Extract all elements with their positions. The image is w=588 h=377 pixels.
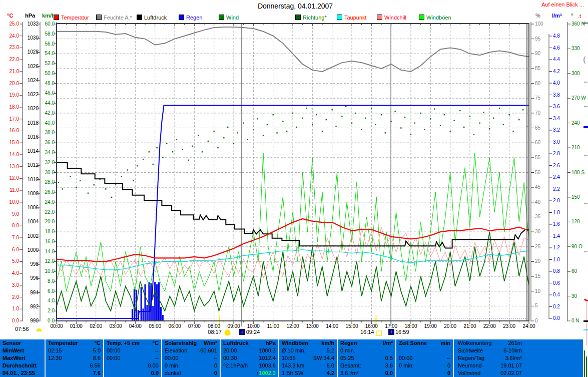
cutoff-curve-fragment <box>583 56 588 64</box>
cell-label: dunkel <box>165 369 181 377</box>
wind-direction-dot <box>414 122 415 123</box>
wind-direction-dot <box>296 127 297 128</box>
cutoff-windchill-fragment <box>586 302 586 345</box>
cell-value: 1012.4 <box>259 354 276 362</box>
table-row: ^2.1hPa/h1003.6 <box>221 362 278 369</box>
cell-label: 02:15 <box>48 347 62 354</box>
table-row: 00:00-- <box>104 354 161 362</box>
wind-direction-dot <box>182 149 183 150</box>
moonrise-time-label: 16:59 <box>395 329 409 335</box>
cell-label: Sichtweite <box>458 347 483 354</box>
time-label: 15:00 <box>342 323 362 329</box>
time-label: 20:00 <box>440 323 460 329</box>
cell-label: Neumond <box>458 362 482 369</box>
table-column-luftdruck: LuftdruckhPa20:001000.300:301012.4^2.1hP… <box>220 339 278 377</box>
wind-direction-dot <box>444 114 445 115</box>
cell-value: 1000.3 <box>259 347 276 354</box>
sunrise-time-label: 08:17 <box>200 329 222 335</box>
table-row: 0 min.0 <box>396 362 453 369</box>
cell-value: SW 34.4 <box>313 354 334 362</box>
table-row: 143.3 km6.0 <box>279 362 337 369</box>
info-row: Regen/Tag3.6l/m² <box>454 354 524 362</box>
cell-value: -- <box>155 354 159 362</box>
wind-direction-dot <box>306 108 307 109</box>
cell-label: 10:35 <box>282 354 296 362</box>
cutoff-tick <box>584 203 587 204</box>
cutoff-rain-fragment <box>583 126 588 128</box>
cell-label: 05:25 <box>340 354 354 362</box>
cell-label: Regen/Tag <box>458 354 484 362</box>
info-row: Sichtweite6-10km <box>454 347 524 354</box>
table-row: 0 <box>396 369 453 377</box>
table-column-temp-5-cm: Temp. +5 cm°C00:00--00:00--0.000.0 <box>103 339 161 377</box>
wind-direction-dot <box>76 187 77 188</box>
wind-direction-dot <box>223 137 224 138</box>
time-label: 18:00 <box>401 323 421 329</box>
wind-direction-dot <box>489 128 490 129</box>
cell-value: 3.6l/m² <box>505 354 522 362</box>
table-column-info: Wolkenunterg261mSichtweite6-10kmRegen/Ta… <box>453 339 583 377</box>
wind-direction-dot <box>282 121 283 122</box>
wind-direction-dot <box>88 192 89 193</box>
cutoff-dewpoint-fragment <box>583 329 588 330</box>
sunset-time-label: 16:14 <box>352 329 374 335</box>
wind-direction-dot <box>58 182 59 183</box>
wind-direction-dot <box>111 197 112 198</box>
cutoff-tick <box>584 155 587 156</box>
wind-direction-dot <box>479 122 480 123</box>
wind-direction-dot <box>267 124 268 125</box>
cell-value: W/m² <box>204 339 217 347</box>
wind-direction-dot <box>440 125 441 126</box>
info-row: Neumond19.01.07 <box>454 362 524 369</box>
moonset-icon: ↓ <box>239 329 245 335</box>
moonset-time-label: 09:24 <box>246 329 260 335</box>
time-label: 09:00 <box>224 323 244 329</box>
row-label: Durchschnitt <box>0 362 45 369</box>
time-label: 23:00 <box>499 323 519 329</box>
table-row: ↑1002.3 <box>221 369 278 377</box>
wind-direction-dot <box>420 113 421 114</box>
wind-direction-dot <box>227 127 228 128</box>
wind-direction-dot <box>375 124 376 125</box>
dawn-time-label: 07:56 <box>15 326 29 332</box>
wind-direction-dot <box>459 110 460 111</box>
wind-direction-dot <box>483 112 484 113</box>
cell-label: Windböen <box>282 339 308 347</box>
cell-label: 143.3 km <box>282 362 304 369</box>
wind-direction-dot <box>469 116 470 117</box>
wind-direction-dot <box>62 188 63 189</box>
table-column-windb-en: Windböenkm/hØ 10 min.5.210:35SW 34.4143.… <box>278 339 337 377</box>
wind-direction-dot <box>518 119 519 120</box>
time-label: 07:00 <box>184 323 204 329</box>
cell-label: MinWert <box>3 347 24 354</box>
cell-value: 5.2 <box>327 347 334 354</box>
time-label: 14:00 <box>322 323 342 329</box>
time-label: 12:00 <box>283 323 303 329</box>
wind-direction-dot <box>390 121 391 122</box>
table-row: 0 min. <box>338 347 395 354</box>
wind-direction-dot <box>121 176 122 177</box>
cell-label: 20:00 <box>223 347 237 354</box>
table-row: 12:308.6 <box>46 354 103 362</box>
time-label: 10:00 <box>243 323 263 329</box>
row-label: Sensor <box>0 339 45 347</box>
wind-direction-dot <box>192 146 193 147</box>
cell-value: -- <box>155 347 159 354</box>
cell-value: 261m <box>508 339 522 347</box>
cell-label: 12:30 <box>48 354 62 362</box>
wind-direction-dot <box>404 117 405 118</box>
cell-value: -- <box>447 354 450 362</box>
table-column-sensor: SensorMinWertMaxWertDurchschnitt04.01., … <box>0 339 45 377</box>
table-row: Gesamt:3.6 <box>338 362 395 369</box>
table-row: 6.56 <box>46 362 103 369</box>
time-label: 19:00 <box>420 323 440 329</box>
time-label: 21:00 <box>460 323 480 329</box>
cell-value: l/m² <box>383 339 393 347</box>
cell-label: 00:00 <box>107 347 121 354</box>
wind-direction-dot <box>257 118 258 119</box>
table-row: 10:35SW 34.4 <box>279 354 337 362</box>
wind-direction-dot <box>326 119 327 120</box>
wind-direction-dot <box>316 114 317 115</box>
wind-direction-dot <box>453 120 454 121</box>
table-row: 7.6 <box>46 369 103 377</box>
